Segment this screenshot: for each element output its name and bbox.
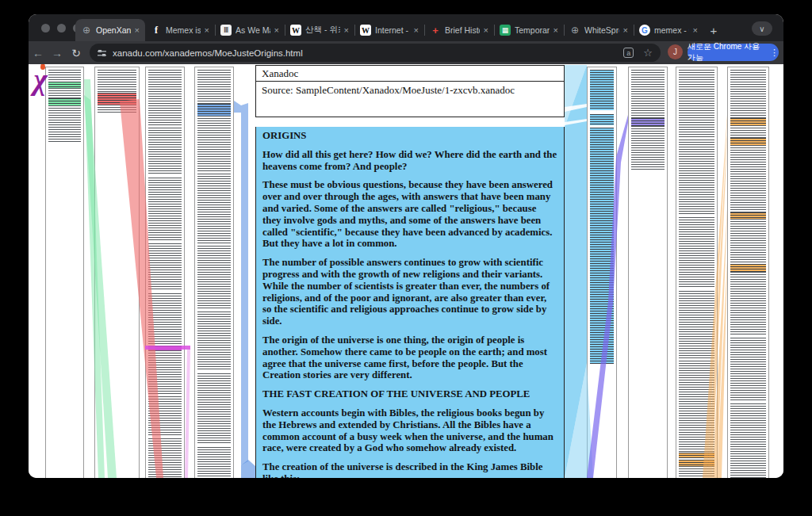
greeked-text	[679, 70, 714, 137]
transclusion-orange[interactable]	[730, 118, 766, 125]
transclusion-green[interactable]	[48, 98, 81, 105]
tab-3[interactable]: W산책 - 위키백×	[285, 19, 354, 41]
greeked-text	[679, 361, 714, 453]
close-tab-icon[interactable]: ×	[484, 25, 488, 35]
minimize-window-icon[interactable]	[57, 24, 66, 32]
close-tab-icon[interactable]: ×	[135, 25, 140, 35]
document-heading: THE FAST CREATION OF THE UNIVERSE AND PE…	[262, 388, 557, 400]
greeked-text	[48, 105, 81, 143]
close-window-icon[interactable]	[41, 24, 50, 32]
browser-toolbar: ← → ↻ xanadu.com/xanademos/MoeJusteOrigi…	[29, 41, 783, 64]
tab-label: As We May	[236, 25, 270, 35]
profile-avatar[interactable]: J	[668, 44, 683, 59]
transclusion-orange[interactable]	[679, 460, 714, 466]
source-column-7[interactable]	[676, 67, 718, 478]
source-column-1[interactable]	[45, 67, 84, 478]
band-cyan-top	[565, 65, 587, 127]
document-source-line: Source: SampleContent/Xanadox/MoeJuste/1…	[255, 82, 565, 117]
browser-window: ⊕OpenXanad×fMemex is a×ⅢAs We May×W산책 - …	[29, 14, 783, 478]
forward-icon[interactable]: →	[48, 47, 67, 59]
globe-icon: ⊕	[81, 25, 92, 36]
tab-label: 산책 - 위키백	[305, 25, 340, 36]
close-tab-icon[interactable]: ×	[274, 25, 279, 35]
greeked-text	[730, 403, 766, 478]
tab-6[interactable]: ▦Temporary×	[494, 19, 564, 41]
new-tab-icon[interactable]: +	[703, 19, 724, 41]
band-blue-foot	[241, 460, 255, 478]
greeked-text	[197, 373, 231, 445]
transclusion-blue[interactable]	[197, 104, 231, 116]
browser-menu-icon[interactable]: ⋮	[770, 48, 779, 58]
close-tab-icon[interactable]: ×	[693, 25, 698, 35]
tab-list: ⊕OpenXanad×fMemex is a×ⅢAs We May×W산책 - …	[75, 19, 724, 41]
greeked-text	[148, 243, 182, 291]
greeked-text	[148, 128, 182, 175]
transclusion-orange[interactable]	[730, 264, 766, 272]
close-tab-icon[interactable]: ×	[414, 25, 419, 35]
tab-8[interactable]: Gmemex - G×	[634, 19, 703, 41]
tab-0[interactable]: ⊕OpenXanad×	[75, 19, 145, 41]
url-text[interactable]: xanadu.com/xanademos/MoeJusteOrigins.htm…	[113, 48, 623, 58]
transclusion-cyan[interactable]	[590, 70, 614, 110]
tab-2[interactable]: ⅢAs We May×	[215, 19, 285, 41]
source-column-5[interactable]	[587, 67, 617, 478]
greeked-text	[197, 70, 231, 104]
main-document: Xanadoc Source: SampleContent/Xanadox/Mo…	[255, 65, 565, 478]
source-column-8[interactable]	[727, 67, 769, 478]
greeked-text	[730, 219, 766, 264]
tab-label: Internet - W	[375, 25, 410, 35]
wikipedia-icon: W	[290, 25, 301, 36]
greeked-text	[631, 126, 665, 171]
transclusion-purple[interactable]	[631, 118, 665, 126]
reload-icon[interactable]: ↻	[67, 47, 86, 59]
source-column-2[interactable]	[94, 67, 140, 478]
greeked-text	[98, 70, 136, 93]
band-cyan-notch-1	[565, 104, 587, 112]
chrome-update-label: 새로운 Chrome 사용 가능	[688, 41, 767, 63]
tab-label: memex - G	[654, 25, 689, 35]
document-paragraph: These must be obvious questions, because…	[262, 179, 557, 250]
band-cyan-notch-2	[565, 119, 587, 125]
close-tab-icon[interactable]: ×	[344, 25, 349, 35]
transclusion-red[interactable]	[98, 93, 136, 105]
close-tab-icon[interactable]: ×	[623, 25, 628, 35]
greeked-text	[631, 70, 665, 118]
document-body[interactable]: ORIGINSHow did all this get here? How di…	[255, 127, 565, 478]
google-icon: G	[639, 25, 650, 36]
tab-1[interactable]: fMemex is a×	[145, 19, 215, 41]
chrome-update-button[interactable]: 새로운 Chrome 사용 가능 ⋮	[688, 44, 779, 61]
close-tab-icon[interactable]: ×	[205, 25, 209, 35]
tab-5[interactable]: +Brief Histor×	[424, 19, 494, 41]
greeked-text	[730, 145, 766, 212]
greeked-text	[730, 125, 766, 138]
source-column-6[interactable]	[628, 67, 668, 478]
bookmark-star-icon[interactable]: ☆	[643, 47, 653, 59]
site-settings-icon[interactable]	[98, 49, 106, 57]
transclusion-cyan[interactable]	[590, 128, 614, 364]
tab-search-chevron-icon[interactable]: ∨	[752, 21, 772, 36]
transclusion-orange[interactable]	[679, 453, 714, 458]
tab-7[interactable]: ⊕WhiteSprea×	[564, 19, 634, 41]
translate-icon[interactable]: a	[623, 48, 634, 58]
greeked-text	[148, 350, 182, 394]
greeked-text	[197, 447, 231, 478]
document-paragraph: How did all this get here? How did we? W…	[262, 149, 557, 173]
tab-label: OpenXanad	[96, 25, 131, 35]
close-tab-icon[interactable]: ×	[553, 25, 558, 35]
transclusion-cyan[interactable]	[590, 114, 614, 125]
greeked-text	[679, 466, 714, 478]
kjv-paragraph[interactable]: The creation of the universe is describe…	[262, 461, 557, 478]
document-heading: ORIGINS	[262, 130, 557, 142]
back-icon[interactable]: ←	[29, 47, 48, 59]
transclusion-orange[interactable]	[730, 138, 766, 145]
band-orange-4	[717, 261, 727, 478]
source-column-4[interactable]	[194, 67, 234, 478]
facebook-icon: f	[151, 25, 162, 36]
tab-4[interactable]: WInternet - W×	[354, 19, 424, 41]
transclusion-orange[interactable]	[730, 212, 766, 219]
band-magenta-tail	[185, 350, 190, 478]
address-bar[interactable]: xanadu.com/xanademos/MoeJusteOrigins.htm…	[90, 44, 661, 62]
source-column-3[interactable]	[145, 67, 185, 478]
document-paragraph: The origin of the universe is one thing,…	[262, 334, 557, 381]
greeked-text	[197, 116, 231, 171]
